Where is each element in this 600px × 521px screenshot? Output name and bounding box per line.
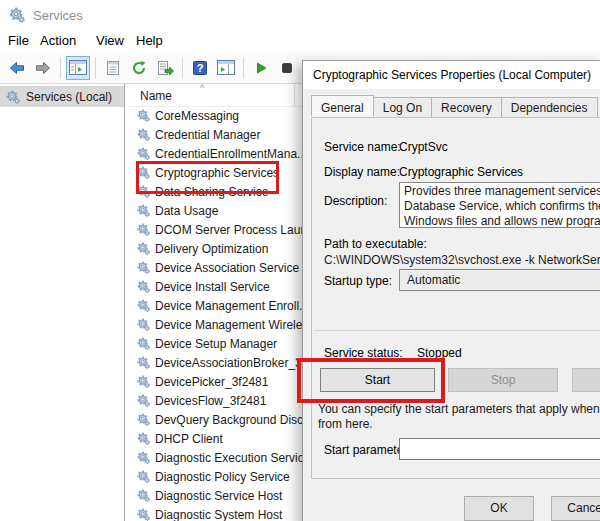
- sidebar-item-services-local[interactable]: Services (Local): [0, 86, 124, 107]
- properties-icon: [105, 60, 121, 76]
- service-name-label: Service name:: [324, 140, 401, 154]
- pause-button: Pause: [572, 368, 600, 392]
- description-line: Windows files and allows new programs: [404, 214, 600, 228]
- show-console-tree-icon: [69, 60, 87, 75]
- menu-help[interactable]: Help: [136, 33, 163, 48]
- service-name-label: Device Management Wirele...: [155, 318, 312, 332]
- service-gear-icon: [137, 508, 150, 521]
- tab-recovery[interactable]: Recovery: [432, 97, 502, 118]
- service-gear-icon: [137, 413, 150, 426]
- startup-type-label: Startup type:: [324, 274, 392, 288]
- service-gear-icon: [137, 261, 150, 274]
- service-gear-icon: [137, 337, 150, 350]
- menu-action[interactable]: Action: [40, 33, 76, 48]
- service-gear-icon: [137, 432, 150, 445]
- service-name-label: DHCP Client: [155, 432, 223, 446]
- back-icon: [8, 60, 26, 76]
- refresh-button[interactable]: [127, 56, 151, 80]
- forward-button[interactable]: [31, 56, 55, 80]
- service-gear-icon: [137, 489, 150, 502]
- help-icon: ?: [192, 60, 208, 76]
- start-parameters-input[interactable]: [399, 438, 600, 460]
- show-console-tree-button[interactable]: [66, 56, 90, 80]
- description-label: Description:: [324, 194, 387, 208]
- service-name-value: CryptSvc: [399, 140, 448, 154]
- description-line: Database Service, which confirms the s: [404, 199, 600, 214]
- service-status-label: Service status:: [324, 346, 403, 360]
- console-tree-pane: Services (Local): [0, 84, 125, 521]
- service-name-label: Device Install Service: [155, 280, 270, 294]
- service-name-label: DeviceAssociationBroker_3f...: [155, 356, 315, 370]
- start-parameters-hint: You can specify the start parameters tha…: [318, 402, 600, 416]
- path-to-executable-value: C:\WINDOWS\system32\svchost.exe -k Netwo…: [324, 253, 600, 267]
- startup-type-dropdown[interactable]: Automatic: [399, 269, 600, 291]
- properties-button[interactable]: [101, 56, 125, 80]
- back-button[interactable]: [5, 56, 29, 80]
- tab-general[interactable]: General: [311, 95, 374, 116]
- service-name-label: Credential Manager: [155, 128, 260, 142]
- toolbar-separator: [243, 58, 244, 78]
- service-gear-icon: [137, 280, 150, 293]
- start-service-icon: [254, 61, 268, 75]
- service-gear-icon: [137, 166, 150, 179]
- description-textbox[interactable]: Provides three management services: C Da…: [399, 182, 600, 228]
- display-name-label: Display name:: [324, 165, 400, 179]
- cancel-button[interactable]: Cancel: [551, 496, 600, 521]
- ok-button[interactable]: OK: [464, 496, 534, 521]
- service-name-label: Data Sharing Service: [155, 185, 268, 199]
- service-gear-icon: [137, 147, 150, 160]
- service-gear-icon: [137, 299, 150, 312]
- properties-dialog: Cryptographic Services Properties (Local…: [302, 60, 600, 521]
- show-action-pane-icon: [217, 60, 235, 75]
- service-gear-icon: [137, 470, 150, 483]
- column-divider[interactable]: [294, 84, 295, 106]
- sidebar-item-label: Services (Local): [26, 90, 112, 104]
- show-action-pane-button[interactable]: [214, 56, 238, 80]
- service-name-label: DevicePicker_3f2481: [155, 375, 268, 389]
- service-name-label: Device Association Service: [155, 261, 299, 275]
- service-name-label: DCOM Server Process Laun...: [155, 223, 317, 237]
- forward-icon: [34, 60, 52, 76]
- dialog-tabs: General Log On Recovery Dependencies: [311, 97, 598, 118]
- general-tab-panel: Service name: CryptSvc Display name: Cry…: [311, 117, 600, 479]
- service-name-label: Data Usage: [155, 204, 218, 218]
- start-parameters-hint: from here.: [318, 417, 373, 431]
- export-list-icon: [157, 60, 174, 76]
- service-name-label: Device Management Enroll...: [155, 299, 309, 313]
- services-node-icon: [6, 90, 20, 104]
- service-name-label: Diagnostic Policy Service: [155, 470, 290, 484]
- service-name-label: Delivery Optimization: [155, 242, 268, 256]
- description-line: Provides three management services: C: [404, 184, 600, 199]
- export-list-button[interactable]: [153, 56, 177, 80]
- service-gear-icon: [137, 451, 150, 464]
- toolbar-separator: [95, 58, 96, 78]
- start-service-button[interactable]: [249, 56, 273, 80]
- window-title: Services: [33, 8, 83, 23]
- svg-text:?: ?: [197, 62, 204, 74]
- service-gear-icon: [137, 375, 150, 388]
- service-gear-icon: [137, 223, 150, 236]
- stop-service-icon: [280, 61, 294, 75]
- tab-log-on[interactable]: Log On: [374, 97, 432, 118]
- toolbar-separator: [60, 58, 61, 78]
- tab-dependencies[interactable]: Dependencies: [502, 97, 598, 118]
- startup-type-value: Automatic: [407, 273, 460, 287]
- service-name-label: Diagnostic Execution Service: [155, 451, 310, 465]
- column-header-name[interactable]: Name: [140, 89, 172, 103]
- help-button[interactable]: ?: [188, 56, 212, 80]
- toolbar-separator: [182, 58, 183, 78]
- window-titlebar: Services: [0, 0, 600, 30]
- stop-service-button[interactable]: [275, 56, 299, 80]
- service-gear-icon: [137, 109, 150, 122]
- service-name-label: DevQuery Background Disc...: [155, 413, 313, 427]
- menu-view[interactable]: View: [96, 33, 124, 48]
- section-divider: [314, 330, 600, 331]
- service-gear-icon: [137, 356, 150, 369]
- service-name-label: DevicesFlow_3f2481: [155, 394, 266, 408]
- service-name-label: Diagnostic Service Host: [155, 489, 282, 503]
- service-name-label: CredentialEnrollmentMana...: [155, 147, 307, 161]
- menu-file[interactable]: File: [8, 33, 29, 48]
- start-button[interactable]: Start: [320, 368, 435, 392]
- service-status-value: Stopped: [417, 346, 462, 360]
- dialog-title: Cryptographic Services Properties (Local…: [313, 68, 591, 82]
